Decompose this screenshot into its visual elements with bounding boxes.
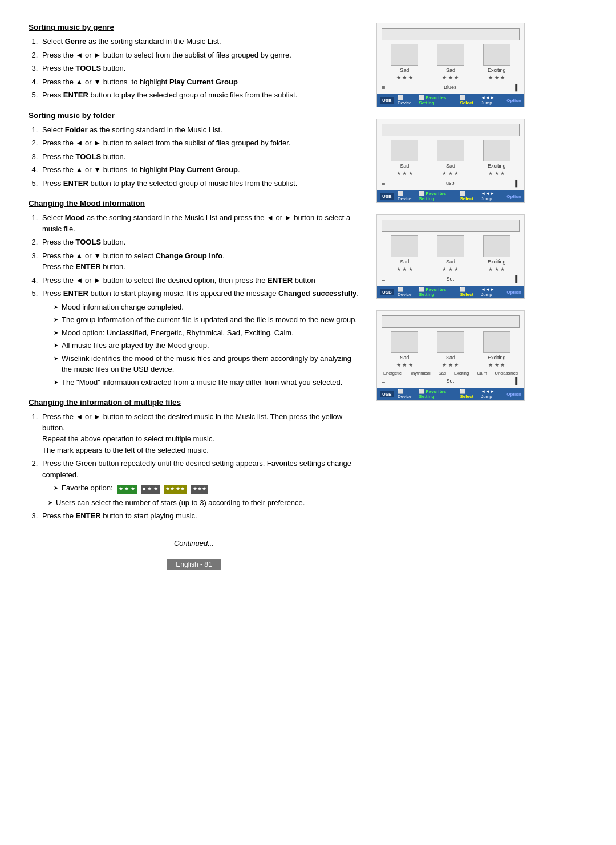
thumb-box-1 xyxy=(391,44,418,66)
thumb-box-12 xyxy=(483,331,510,353)
bar-select-2: ⬜ Select xyxy=(460,191,477,201)
folder-step-3: Press the TOOLS button. xyxy=(40,151,359,162)
panel-thumb-row-4: Sad ★ ★ ★ Sad ★ ★ ★ Exciting ★ ★ ★ xyxy=(377,331,524,368)
mood-step-4: Press the ◄ or ► button to select the de… xyxy=(40,275,359,286)
thumb-item-10: Sad ★ ★ ★ xyxy=(391,331,418,368)
panel-bottom-bar-4: USB ⬜ Device ⬜ Favorites Setting ⬜ Selec… xyxy=(377,388,524,400)
thumb-item-11: Sad ★ ★ ★ xyxy=(437,331,464,368)
thumb-label-8: Sad xyxy=(446,259,455,265)
thumb-label-10: Sad xyxy=(400,355,409,360)
mood-opt-unclassified: Unclassified xyxy=(495,371,518,376)
panel-top-bar-3 xyxy=(382,220,520,232)
panel-top-bar-4 xyxy=(382,315,520,328)
thumb-stars-3: ★ ★ ★ xyxy=(488,75,505,80)
fav-star-4: ★★★ xyxy=(191,485,208,494)
bar-select-4: ⬜ Select xyxy=(460,389,477,399)
bar-device-3: ⬜ Device xyxy=(398,287,415,297)
mood-step-5: Press ENTER button to start playing musi… xyxy=(40,288,359,388)
folder-step-2: Press the ◄ or ► button to select from t… xyxy=(40,137,359,149)
bar-fav-3: ⬜ Favorites Setting xyxy=(419,287,456,297)
menu-icon-3: ≡ xyxy=(382,275,385,282)
thumb-item-4: Sad ★ ★ ★ xyxy=(391,140,418,176)
thumb-stars-4: ★ ★ ★ xyxy=(396,170,413,176)
panel-center-label-3: Set xyxy=(390,276,510,282)
thumb-box-3 xyxy=(483,44,510,66)
panel-middle-3: ≡ Set ▌ xyxy=(377,274,524,283)
mood-bullets: Mood information change completed. The g… xyxy=(42,302,359,388)
mood-bullet-4: All music files are played by the Mood g… xyxy=(54,340,359,351)
ui-panel-genre: Sad ★ ★ ★ Sad ★ ★ ★ Exciting ★ ★ ★ ≡ Blu… xyxy=(376,23,525,107)
thumb-item-2: Sad ★ ★ ★ xyxy=(437,44,464,80)
thumb-box-10 xyxy=(391,331,418,353)
thumb-stars-9: ★ ★ ★ xyxy=(488,266,505,272)
bar-device-2: ⬜ Device xyxy=(398,191,415,201)
folder-step-1: Select Folder as the sorting standard in… xyxy=(40,124,359,136)
right-icon-1: ▌ xyxy=(515,84,520,91)
thumb-stars-2: ★ ★ ★ xyxy=(442,75,459,80)
multiple-step-2: Press the Green button repeatedly until … xyxy=(40,458,359,494)
multiple-step-1: Press the ◄ or ► button to select the de… xyxy=(40,411,359,456)
bar-jump-4: ◄◄► Jump xyxy=(481,389,503,399)
menu-icon-2: ≡ xyxy=(382,180,385,186)
thumb-stars-11: ★ ★ ★ xyxy=(442,362,459,368)
thumb-stars-1: ★ ★ ★ xyxy=(396,75,413,80)
footer: English - 81 xyxy=(29,559,359,570)
mood-bullet-1: Mood information change completed. xyxy=(54,302,359,313)
menu-icon-1: ≡ xyxy=(382,84,385,91)
section-title-genre: Sorting music by genre xyxy=(29,23,359,31)
thumb-stars-12: ★ ★ ★ xyxy=(488,362,505,368)
panel-bottom-bar-2: USB ⬜ Device ⬜ Favorites Setting ⬜ Selec… xyxy=(377,190,524,202)
left-column: Sorting music by genre Select Genre as t… xyxy=(29,23,359,570)
bar-usb-3: USB xyxy=(380,289,394,295)
thumb-item-7: Sad ★ ★ ★ xyxy=(391,235,418,272)
ui-panel-mood: Sad ★ ★ ★ Sad ★ ★ ★ Exciting ★ ★ ★ ≡ Set… xyxy=(376,214,525,299)
panel-bottom-bar-3: USB ⬜ Device ⬜ Favorites Setting ⬜ Selec… xyxy=(377,286,524,298)
mood-opt-energetic: Energetic xyxy=(383,371,402,376)
thumb-item-3: Exciting ★ ★ ★ xyxy=(483,44,510,80)
genre-steps-list: Select Genre as the sorting standard in … xyxy=(29,36,359,101)
right-icon-4: ▌ xyxy=(515,377,520,384)
ui-panel-folder: Sad ★ ★ ★ Sad ★ ★ ★ Exciting ★ ★ ★ ≡ usb… xyxy=(376,119,525,203)
panel-middle-4: ≡ Set ▌ xyxy=(377,376,524,385)
thumb-stars-8: ★ ★ ★ xyxy=(442,266,459,272)
bar-option-2: Option xyxy=(506,194,521,199)
thumb-box-5 xyxy=(437,140,464,161)
genre-step-1: Select Genre as the sorting standard in … xyxy=(40,36,359,47)
genre-step-5: Press ENTER button to play the selected … xyxy=(40,90,359,101)
genre-step-3: Press the TOOLS button. xyxy=(40,63,359,74)
panel-center-label-2: usb xyxy=(390,180,510,186)
mood-options-row: Energetic Rhythmical Sad Exciting Calm U… xyxy=(377,370,524,376)
thumb-label-6: Exciting xyxy=(488,163,506,169)
mood-opt-exciting: Exciting xyxy=(454,371,469,376)
thumb-item-6: Exciting ★ ★ ★ xyxy=(483,140,510,176)
thumb-box-7 xyxy=(391,235,418,257)
thumb-label-3: Exciting xyxy=(488,67,506,73)
right-icon-2: ▌ xyxy=(515,180,520,186)
extra-bullet-list: Users can select the number of stars (up… xyxy=(29,497,359,509)
thumb-label-2: Sad xyxy=(446,67,455,73)
panel-thumb-row-1: Sad ★ ★ ★ Sad ★ ★ ★ Exciting ★ ★ ★ xyxy=(377,44,524,80)
thumb-item-9: Exciting ★ ★ ★ xyxy=(483,235,510,272)
panel-top-bar-1 xyxy=(382,28,520,40)
mood-step-1: Select Mood as the sorting standard in t… xyxy=(40,212,359,234)
mood-bullet-2: The group information of the current fil… xyxy=(54,314,359,326)
bar-fav-2: ⬜ Favorites Setting xyxy=(419,191,456,201)
thumb-stars-5: ★ ★ ★ xyxy=(442,170,459,176)
mood-opt-calm: Calm xyxy=(477,371,487,376)
section-title-folder: Sorting music by folder xyxy=(29,111,359,120)
bar-usb-1: USB xyxy=(380,98,394,104)
right-icon-3: ▌ xyxy=(515,275,520,282)
panel-center-label-4: Set xyxy=(390,378,510,384)
thumb-box-9 xyxy=(483,235,510,257)
bar-jump-3: ◄◄► Jump xyxy=(481,287,503,297)
bar-device-1: ⬜ Device xyxy=(398,95,415,105)
bar-select-3: ⬜ Select xyxy=(460,287,477,297)
mood-opt-sad: Sad xyxy=(439,371,446,376)
panel-thumb-row-2: Sad ★ ★ ★ Sad ★ ★ ★ Exciting ★ ★ ★ xyxy=(377,140,524,176)
bar-device-4: ⬜ Device xyxy=(398,389,415,399)
multiple-step-3: Press the ENTER button to start playing … xyxy=(40,510,359,522)
continued-text: Continued... xyxy=(29,539,359,547)
thumb-label-12: Exciting xyxy=(488,355,506,360)
thumb-item-8: Sad ★ ★ ★ xyxy=(437,235,464,272)
bar-select-1: ⬜ Select xyxy=(460,95,477,105)
